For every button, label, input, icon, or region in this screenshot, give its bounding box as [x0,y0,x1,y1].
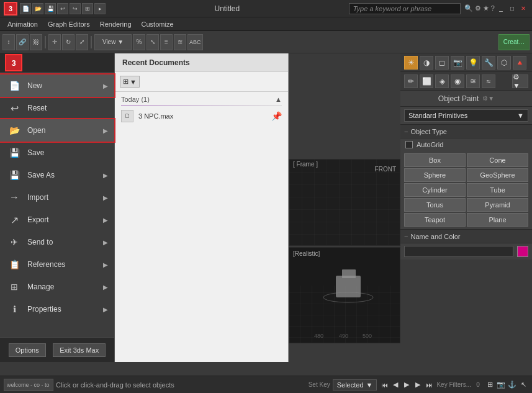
config-icon[interactable]: ⚙ ▼ [512,75,528,88]
maximize-button[interactable]: □ [507,4,517,13]
help-icons: 🔍 ⚙ ★ ? [464,4,495,12]
menu-item-save[interactable]: 💾 Save [0,142,114,164]
grid-icon[interactable]: ⊞ [485,380,495,390]
new-doc-icon[interactable]: 📄 [20,3,31,14]
create-btn[interactable]: Creat… [498,34,530,50]
close-button[interactable]: ✕ [518,4,528,13]
minimize-button[interactable]: _ [496,4,506,13]
color-swatch[interactable] [517,246,528,257]
properties-icon: ℹ [7,302,21,316]
obj-btn-cylinder[interactable]: Cylinder [404,183,466,197]
skip-back-icon[interactable]: ⏮ [379,380,389,390]
obj-btn-torus[interactable]: Torus [404,198,466,212]
app-menu: 3 📄 New ▶ ↩ Reset 📂 Open ▶ 💾 Save [0,53,115,362]
obj-btn-teapot[interactable]: Teapot [404,213,466,227]
send-to-arrow: ▶ [103,239,108,246]
save-icon[interactable]: 💾 [45,3,56,14]
brush-icon[interactable]: ✏ [404,75,418,88]
exit-button[interactable]: Exit 3ds Max [53,343,106,357]
prev-icon[interactable]: ◀ [390,380,400,390]
align-btn[interactable]: ≡ [160,34,173,50]
select-btn[interactable]: ↕ [2,34,15,50]
obj-btn-tube[interactable]: Tube [467,183,528,197]
anchor-icon[interactable]: ⚓ [507,380,517,390]
selected-dropdown[interactable]: Selected ▼ [333,379,377,391]
menu-item-open[interactable]: 📂 Open ▶ [0,119,114,142]
menu-item-send-to[interactable]: ✈ Send to ▶ [0,231,114,253]
refcoord-select[interactable]: View ▼ [94,34,132,50]
scale-btn[interactable]: ⤢ [76,34,88,50]
std-prim-dropdown[interactable]: Standard Primitives ▼ [404,109,528,122]
cursor-icon[interactable]: ↖ [518,380,528,390]
hierarchy-icon[interactable]: 🔺 [513,56,526,70]
redo-icon[interactable]: ↪ [70,3,81,14]
obj-btn-box[interactable]: Box [404,153,466,167]
rotate-btn[interactable]: ↻ [62,34,74,50]
menu-bar: Animation Graph Editors Rendering Custom… [0,17,532,31]
status-playback-icons: ⏮ ◀ ▶ ▶ ⏭ [379,380,434,390]
settings-icon[interactable]: ⚙▼ [482,95,494,102]
set-key-label: Set Key [309,381,330,388]
camera2-icon[interactable]: 📷 [496,380,506,390]
erase-icon[interactable]: ⬜ [420,75,433,88]
menu-item-manage[interactable]: ⊞ Manage ▶ [0,276,114,298]
std-prim-panel: Standard Primitives ▼ [400,107,532,125]
material-icon[interactable]: ◑ [420,56,433,70]
autogrid-checkbox[interactable] [405,141,413,148]
menu-item-reset[interactable]: ↩ Reset [0,97,114,119]
name-field[interactable] [404,246,513,257]
more-icon[interactable]: ▸ [94,3,106,14]
light-icon[interactable]: 💡 [466,56,480,70]
skip-fwd-icon[interactable]: ⏭ [424,380,434,390]
wireframe-icon[interactable]: ◻ [435,56,449,70]
recent-view-select[interactable]: ⊞ ▼ [120,76,140,88]
export-arrow: ▶ [103,217,108,224]
menu-item-references[interactable]: 📋 References ▶ [0,253,114,276]
menu-animation[interactable]: Animation [2,17,43,30]
camera-icon[interactable]: 📷 [451,56,464,70]
unlink-btn[interactable]: ⛓ [30,34,42,50]
sun-icon[interactable]: ☀ [404,56,418,70]
recent-item-pin-0[interactable]: 📌 [271,111,282,121]
utility-icon[interactable]: 🔧 [482,56,495,70]
obj-btn-geosphere[interactable]: GeoSphere [467,168,528,182]
new-label: New [27,81,107,90]
manage-icon: ⊞ [7,280,21,294]
menu-item-properties[interactable]: ℹ Properties ▶ [0,298,114,320]
text-btn[interactable]: ABC [187,34,203,50]
layer-btn[interactable]: ≋ [174,34,186,50]
recent-collapse-icon[interactable]: ▲ [275,96,282,103]
obj-btn-plane[interactable]: Plane [467,213,528,227]
menu-graph-editors[interactable]: Graph Editors [43,17,95,30]
menu-item-export[interactable]: ↗ Export ▶ [0,209,114,231]
modifier-icon[interactable]: ⬡ [497,56,511,70]
undo-icon[interactable]: ↩ [57,3,68,14]
key-filters-label[interactable]: Key Filters... [436,381,471,388]
layer2-icon[interactable]: ≋ [466,75,480,88]
recent-today-label: Today (1) [121,96,150,103]
name-color-label: Name and Color [410,233,460,240]
menu-item-new[interactable]: 📄 New ▶ [0,75,114,97]
link-btn[interactable]: 🔗 [16,34,29,50]
obj-btn-sphere[interactable]: Sphere [404,168,466,182]
layout-icon[interactable]: ⊞ [82,3,93,14]
recent-item-0[interactable]: 🗋 3 NPC.max 📌 [115,106,288,126]
viewport-realistic: [Realistic] 480 490 500 [289,247,400,343]
obj-btn-pyramid[interactable]: Pyramid [467,198,528,212]
select2-icon[interactable]: ◉ [451,75,464,88]
obj-btn-cone[interactable]: Cone [467,153,528,167]
options-button[interactable]: Options [9,343,46,357]
play-icon[interactable]: ▶ [402,380,412,390]
menu-item-import[interactable]: → Import ▶ [0,186,114,209]
mirror-btn[interactable]: ⤡ [147,34,159,50]
percent-btn[interactable]: % [133,34,145,50]
wave-icon[interactable]: ≈ [482,75,495,88]
search-box[interactable]: Type a keyword or phrase [349,3,461,14]
move-btn[interactable]: ✛ [48,34,61,50]
menu-rendering[interactable]: Rendering [95,17,137,30]
fill-icon[interactable]: ◈ [435,75,449,88]
next-icon[interactable]: ▶ [413,380,423,390]
menu-customize[interactable]: Customize [137,17,179,30]
menu-item-save-as[interactable]: 💾 Save As ▶ [0,164,114,186]
open-icon[interactable]: 📂 [32,3,43,14]
